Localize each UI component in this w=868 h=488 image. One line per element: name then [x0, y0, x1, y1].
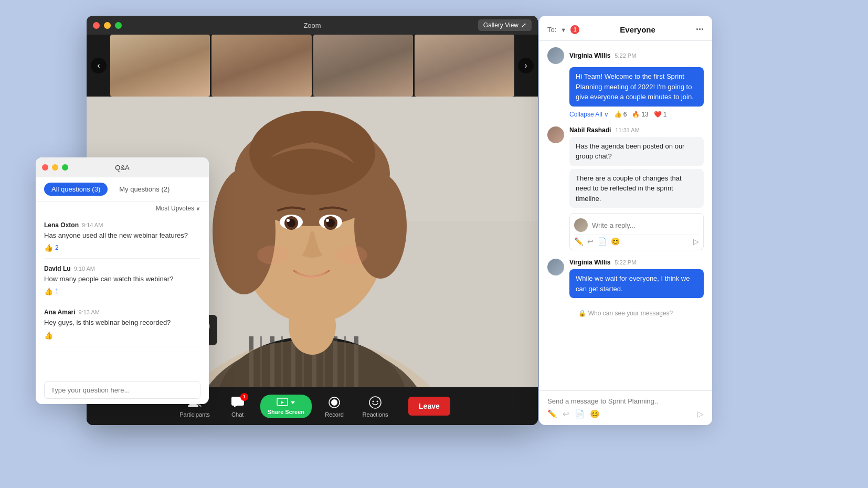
participant-4[interactable]	[415, 35, 514, 97]
svg-point-25	[287, 219, 290, 222]
qa-item-3: Ana Amari 9:13 AM Hey guys, is this webi…	[44, 302, 200, 346]
chat-message-input[interactable]	[547, 397, 704, 405]
reply-attachment-icon[interactable]: 📄	[598, 237, 607, 246]
qa-tab-mine[interactable]: My questions (2)	[112, 183, 177, 196]
thumbs-up-count: 6	[623, 111, 627, 118]
reply-toolbar: ✏️ ↩ 📄 😊 ▷	[574, 235, 699, 246]
svg-point-29	[326, 219, 329, 222]
participant-strip: ‹ ›	[87, 35, 538, 97]
participant-2[interactable]	[211, 35, 311, 97]
qa-item-meta-3: Ana Amari 9:13 AM	[44, 309, 200, 316]
collapse-chevron-icon: ∨	[604, 111, 609, 118]
lock-icon: 🔒	[578, 310, 586, 317]
chat-emoji-icon[interactable]: 😊	[590, 409, 600, 419]
qa-question-input[interactable]	[44, 381, 200, 399]
reactions-button[interactable]: + Reactions	[357, 392, 394, 421]
share-screen-label: Share Screen	[268, 409, 304, 415]
qa-questions-list: Lena Oxton 9:14 AM Has anyone used all t…	[36, 215, 209, 376]
window-title: Zoom	[303, 22, 321, 29]
message-header-1: Virginia Willis 5:22 PM	[547, 47, 704, 64]
chat-notification-badge: 1	[570, 25, 579, 34]
svg-point-19	[213, 168, 276, 294]
reply-emoji-icon[interactable]: 😊	[611, 237, 620, 246]
fire-count: 13	[641, 111, 648, 118]
qa-like-button-1[interactable]: 👍	[44, 243, 53, 252]
chat-input-toolbar: ✏️ ↩ 📄 😊 ▷	[547, 409, 704, 419]
reply-input[interactable]	[592, 218, 699, 232]
reply-send-icon[interactable]: ▷	[693, 237, 699, 246]
qa-item-1: Lena Oxton 9:14 AM Has anyone used all t…	[44, 215, 200, 259]
participant-3[interactable]	[313, 35, 413, 97]
participant-1[interactable]	[110, 35, 210, 97]
svg-rect-36	[279, 405, 285, 406]
reactions-label: Reactions	[363, 411, 388, 418]
chat-filter-icon[interactable]: ▷	[697, 409, 704, 419]
strip-participants	[87, 35, 538, 97]
nabil-bubble-2: There are a couple of changes that need …	[569, 169, 704, 208]
reply-quote-icon[interactable]: ↩	[587, 237, 594, 246]
chat-badge: 1	[240, 393, 248, 401]
strip-nav-right[interactable]: ›	[518, 58, 534, 73]
share-screen-button[interactable]: Share Screen	[260, 395, 312, 418]
qa-close-button[interactable]	[42, 164, 48, 171]
qa-time-3: 9:13 AM	[79, 309, 100, 315]
nabil-time: 11:31 AM	[615, 127, 639, 133]
strip-nav-left[interactable]: ‹	[91, 58, 107, 73]
gallery-view-label: Gallery View	[483, 22, 518, 29]
qa-like-row-2: 👍 1	[44, 287, 200, 295]
chat-quote-icon[interactable]: ↩	[563, 409, 569, 419]
record-button[interactable]: Record	[316, 392, 353, 421]
qa-maximize-button[interactable]	[62, 164, 68, 171]
nabil-bubble-1: Has the agenda been posted on our group …	[569, 137, 704, 166]
reply-format-icon[interactable]: ✏️	[574, 237, 583, 246]
svg-point-31	[336, 246, 367, 264]
minimize-button[interactable]	[104, 22, 111, 29]
to-chevron-icon: ▼	[560, 27, 566, 33]
reaction-thumbs-up: 👍 6	[614, 111, 627, 118]
message-bubble-1: Hi Team! Welcome to the first Sprint Pla…	[569, 67, 704, 107]
qa-tab-all[interactable]: All questions (3)	[44, 183, 108, 196]
qa-minimize-button[interactable]	[52, 164, 58, 171]
chat-format-icon[interactable]: ✏️	[547, 409, 557, 419]
qa-like-button-2[interactable]: 👍	[44, 287, 53, 295]
qa-question-3: Hey guys, is this webinar being recorded…	[44, 318, 200, 327]
qa-item-meta-1: Lena Oxton 9:14 AM	[44, 221, 200, 229]
participants-label: Participants	[179, 411, 209, 418]
svg-point-41	[373, 400, 374, 402]
qa-author-1: Lena Oxton	[44, 221, 79, 229]
chat-input-area: ✏️ ↩ 📄 😊 ▷	[539, 390, 712, 425]
close-button[interactable]	[93, 22, 100, 29]
collapse-all-button[interactable]: Collapse All ∨	[569, 111, 609, 118]
qa-question-1: Has anyone used all the new webinar feat…	[44, 231, 200, 240]
reactions-icon: +	[368, 395, 383, 410]
qa-like-row-1: 👍 2	[44, 243, 200, 252]
maximize-button[interactable]	[115, 22, 122, 29]
qa-like-count-2: 1	[55, 288, 59, 295]
qa-time-1: 9:14 AM	[82, 222, 103, 228]
chat-file-icon[interactable]: 📄	[575, 409, 585, 419]
chat-icon: 1	[230, 395, 245, 410]
gallery-view-button[interactable]: Gallery View ⤢	[478, 19, 532, 31]
qa-like-button-3[interactable]: 👍	[44, 331, 53, 340]
chat-messages: Virginia Willis 5:22 PM Hi Team! Welcome…	[539, 41, 712, 390]
heart-count: 1	[663, 111, 667, 118]
chat-more-button[interactable]: ···	[696, 24, 704, 35]
message-sender-1: Virginia Willis	[569, 52, 610, 59]
message-group-2: Nabil Rashadi 11:31 AM Has the agenda be…	[547, 126, 704, 251]
virginia-sender-2: Virginia Willis	[569, 259, 610, 266]
svg-marker-37	[291, 401, 295, 404]
qa-filter-button[interactable]: Most Upvotes ∨	[156, 205, 200, 212]
to-dropdown[interactable]: ▼	[560, 27, 566, 33]
record-label: Record	[325, 411, 343, 418]
leave-button[interactable]: Leave	[408, 397, 450, 416]
svg-point-30	[257, 246, 289, 264]
virginia-bubble-2: While we wait for everyone, I think we c…	[569, 269, 704, 298]
who-can-see-notice: 🔒 Who can see your messages?	[547, 306, 704, 320]
virginia-avatar	[547, 47, 564, 64]
message-time-1: 5:22 PM	[615, 52, 636, 59]
chat-button[interactable]: 1 Chat	[219, 392, 256, 421]
svg-text:+: +	[378, 396, 382, 402]
qa-filter-label: Most Upvotes	[156, 205, 194, 212]
svg-point-39	[331, 399, 337, 406]
svg-point-20	[354, 174, 407, 279]
